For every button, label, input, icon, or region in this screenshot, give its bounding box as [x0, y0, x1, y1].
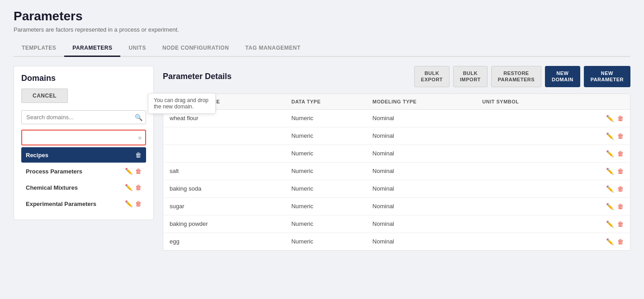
tab-tag-management[interactable]: TAG MANAGEMENT	[237, 40, 308, 57]
table-row: egg Numeric Nominal ✏️ 🗑	[163, 233, 630, 250]
domain-item-experimental-parameters-actions: ✏️ 🗑	[125, 200, 142, 207]
row-delete-button-4[interactable]: 🗑	[617, 185, 624, 192]
domain-item-recipes[interactable]: Recipes 🗑	[21, 147, 146, 163]
input-lines-icon: ≡	[138, 134, 142, 141]
cell-unit-symbol-1	[476, 127, 571, 145]
tabs-bar: TEMPLATES PARAMETERS UNITS NODE CONFIGUR…	[14, 40, 630, 57]
table-row: baking soda Numeric Nominal ✏️ 🗑	[163, 180, 630, 197]
cell-unit-symbol-2	[476, 145, 571, 162]
cell-unit-symbol-7	[476, 233, 571, 250]
row-delete-button-1[interactable]: 🗑	[617, 132, 624, 140]
cell-unit-symbol-3	[476, 162, 571, 180]
domain-process-delete-button[interactable]: 🗑	[135, 168, 142, 175]
tooltip-text: You can drag and drop the new domain.	[154, 97, 208, 110]
trash-icon-white: 🗑	[135, 151, 142, 159]
search-input[interactable]	[21, 110, 146, 124]
cell-actions-5: ✏️ 🗑	[571, 197, 630, 215]
domain-item-recipes-actions: 🗑	[135, 151, 142, 159]
domain-item-experimental-parameters[interactable]: Experimental Parameters ✏️ 🗑	[21, 196, 146, 211]
col-header-data-type: DATA TYPE	[285, 94, 366, 110]
cell-actions-3: ✏️ 🗑	[571, 162, 630, 180]
bulk-export-button[interactable]: BULKEXPORT	[414, 66, 450, 87]
cell-parameter-name-3: salt	[163, 162, 285, 180]
new-domain-input-wrapper: ≡	[22, 131, 145, 145]
row-delete-button-2[interactable]: 🗑	[617, 150, 624, 157]
domain-item-chemical-mixtures[interactable]: Chemical Mixtures ✏️ 🗑	[21, 180, 146, 195]
cell-data-type-4: Numeric	[285, 180, 366, 197]
row-edit-button-0[interactable]: ✏️	[606, 115, 614, 122]
restore-parameters-button[interactable]: RESTOREPARAMETERS	[491, 66, 541, 87]
cell-data-type-1: Numeric	[285, 127, 366, 145]
table-row: Numeric Nominal ✏️ 🗑	[163, 127, 630, 145]
bulk-import-button[interactable]: BULKIMPORT	[453, 66, 488, 87]
row-delete-button-7[interactable]: 🗑	[617, 238, 624, 245]
domain-item-experimental-parameters-label: Experimental Parameters	[26, 201, 96, 207]
cell-data-type-0: Numeric	[285, 109, 366, 127]
row-delete-button-0[interactable]: 🗑	[617, 115, 624, 122]
domain-item-process-parameters[interactable]: Process Parameters ✏️ 🗑	[21, 164, 146, 179]
cell-data-type-2: Numeric	[285, 145, 366, 162]
pencil-icon-3: ✏️	[125, 200, 133, 207]
main-content: Domains CANCEL 🔍 ≡ Recipes	[14, 66, 630, 251]
cell-modeling-type-0: Nominal	[366, 109, 476, 127]
row-edit-button-5[interactable]: ✏️	[606, 203, 614, 210]
row-edit-button-7[interactable]: ✏️	[606, 238, 614, 245]
search-box: 🔍	[21, 110, 146, 124]
panel-title: Parameter Details	[163, 72, 232, 82]
tab-templates[interactable]: TEMPLATES	[14, 40, 64, 57]
tab-node-configuration[interactable]: NODE CONFIGURATION	[154, 40, 237, 57]
tab-units[interactable]: UNITS	[120, 40, 154, 57]
table-row: sugar Numeric Nominal ✏️ 🗑	[163, 197, 630, 215]
parameter-table: PARAMETER NAME DATA TYPE MODELING TYPE U…	[163, 94, 630, 250]
row-delete-button-3[interactable]: 🗑	[617, 168, 624, 175]
cell-modeling-type-2: Nominal	[366, 145, 476, 162]
cell-parameter-name-2	[163, 145, 285, 162]
row-delete-button-6[interactable]: 🗑	[617, 220, 624, 228]
domain-item-process-parameters-actions: ✏️ 🗑	[125, 168, 142, 175]
cell-data-type-3: Numeric	[285, 162, 366, 180]
domain-process-edit-button[interactable]: ✏️	[125, 168, 133, 175]
domain-list-wrapper: Recipes 🗑 Process Parameters ✏️	[21, 147, 146, 211]
row-edit-button-2[interactable]: ✏️	[606, 150, 614, 157]
row-edit-button-6[interactable]: ✏️	[606, 220, 614, 228]
cell-data-type-6: Numeric	[285, 215, 366, 233]
row-edit-button-3[interactable]: ✏️	[606, 168, 614, 175]
domain-experimental-delete-button[interactable]: 🗑	[135, 200, 142, 207]
cell-actions-4: ✏️ 🗑	[571, 180, 630, 197]
cell-actions-7: ✏️ 🗑	[571, 233, 630, 250]
trash-icon-3: 🗑	[135, 200, 142, 207]
table-row: wheat flour Numeric Nominal ✏️ 🗑	[163, 109, 630, 127]
row-edit-button-1[interactable]: ✏️	[606, 132, 614, 140]
domain-item-process-parameters-label: Process Parameters	[26, 168, 82, 175]
trash-icon: 🗑	[135, 168, 142, 175]
pencil-icon-2: ✏️	[125, 184, 133, 191]
cell-parameter-name-7: egg	[163, 233, 285, 250]
cell-actions-6: ✏️ 🗑	[571, 215, 630, 233]
table-header-row: PARAMETER NAME DATA TYPE MODELING TYPE U…	[163, 94, 630, 110]
tab-parameters[interactable]: PARAMETERS	[64, 40, 120, 57]
domain-item-recipes-label: Recipes	[26, 152, 48, 159]
domain-experimental-edit-button[interactable]: ✏️	[125, 200, 133, 207]
panel-actions: BULKEXPORT BULKIMPORT RESTOREPARAMETERS …	[414, 66, 630, 87]
row-delete-button-5[interactable]: 🗑	[617, 203, 624, 210]
col-header-actions	[571, 94, 630, 110]
sidebar-title: Domains	[21, 74, 146, 83]
cell-parameter-name-1	[163, 127, 285, 145]
domain-chemical-edit-button[interactable]: ✏️	[125, 184, 133, 191]
domain-recipes-delete-button[interactable]: 🗑	[135, 151, 142, 159]
new-domain-button[interactable]: NEWDOMAIN	[545, 66, 580, 87]
new-parameter-button[interactable]: NEWPARAMETER	[584, 66, 630, 87]
col-header-unit-symbol: UNIT SYMBOL	[476, 94, 571, 110]
cell-actions-2: ✏️ 🗑	[571, 145, 630, 162]
cell-parameter-name-6: baking powder	[163, 215, 285, 233]
panel-header: Parameter Details BULKEXPORT BULKIMPORT …	[163, 66, 630, 87]
main-panel: Parameter Details BULKEXPORT BULKIMPORT …	[163, 66, 630, 251]
tooltip-bubble: You can drag and drop the new domain.	[148, 93, 216, 114]
table-row: salt Numeric Nominal ✏️ 🗑	[163, 162, 630, 180]
domain-list: Recipes 🗑 Process Parameters ✏️	[21, 147, 146, 211]
search-icon: 🔍	[135, 114, 142, 121]
row-edit-button-4[interactable]: ✏️	[606, 185, 614, 192]
cancel-button[interactable]: CANCEL	[21, 89, 68, 103]
new-domain-input[interactable]	[22, 131, 145, 145]
domain-chemical-delete-button[interactable]: 🗑	[135, 184, 142, 191]
